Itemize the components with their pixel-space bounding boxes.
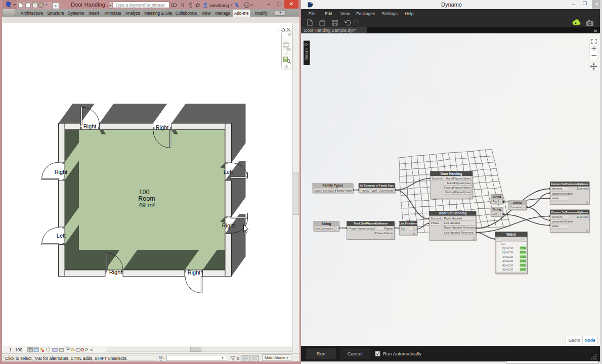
svg-text:vasshaug: vasshaug xyxy=(209,3,229,8)
svg-text:⇅: ⇅ xyxy=(236,356,240,361)
svg-text:𝕏: 𝕏 xyxy=(235,3,239,8)
svg-text:?: ? xyxy=(246,4,248,8)
svg-text:<: < xyxy=(90,347,93,352)
